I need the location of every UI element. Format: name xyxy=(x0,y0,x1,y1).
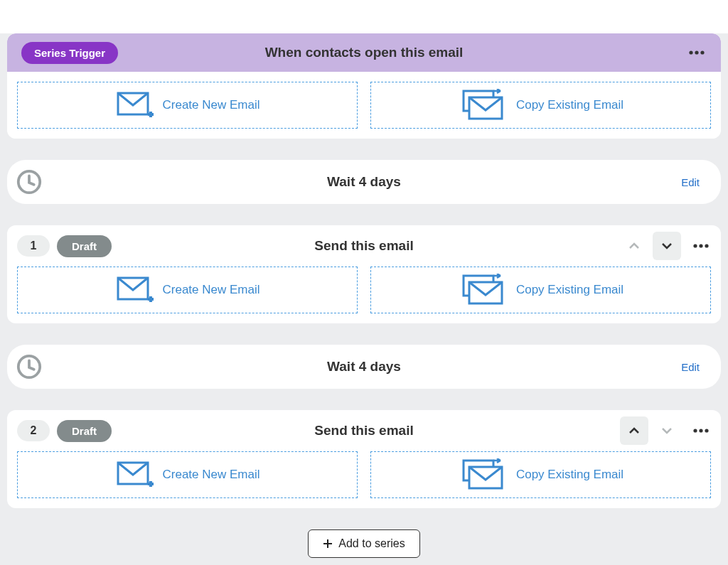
envelope-plus-icon xyxy=(115,460,154,490)
svg-point-0 xyxy=(689,50,692,54)
step-header-2: 2 Draft Send this email xyxy=(7,410,721,451)
step-title: Send this email xyxy=(7,423,721,438)
chevron-up-icon xyxy=(628,425,640,436)
more-icon xyxy=(693,244,709,248)
clock-icon xyxy=(16,168,43,195)
svg-point-19 xyxy=(699,429,702,432)
create-new-email-label: Create New Email xyxy=(163,283,260,297)
wait-card-2: Wait 4 days Edit xyxy=(7,345,721,389)
copy-existing-email-label: Copy Existing Email xyxy=(516,98,623,112)
step-body-1: Create New Email Copy Existing Email xyxy=(7,267,721,323)
move-down-button[interactable] xyxy=(653,416,681,445)
edit-wait-button[interactable]: Edit xyxy=(681,361,700,373)
plus-icon xyxy=(323,539,333,549)
svg-point-10 xyxy=(699,244,702,247)
copy-existing-email-button[interactable]: Copy Existing Email xyxy=(370,82,711,129)
copy-existing-email-label: Copy Existing Email xyxy=(516,283,623,297)
step-card-2: 2 Draft Send this email xyxy=(7,410,721,508)
step-more-button[interactable] xyxy=(691,421,711,441)
create-new-email-label: Create New Email xyxy=(163,98,260,112)
envelope-copy-icon xyxy=(458,274,508,306)
trigger-more-button[interactable] xyxy=(687,43,707,63)
copy-existing-email-label: Copy Existing Email xyxy=(516,468,623,482)
chevron-down-icon xyxy=(661,240,673,252)
create-new-email-button[interactable]: Create New Email xyxy=(17,82,358,129)
step-number: 1 xyxy=(17,235,50,257)
envelope-plus-icon xyxy=(115,90,154,120)
chevron-down-icon xyxy=(661,425,673,436)
status-badge: Draft xyxy=(57,420,112,442)
step-body-2: Create New Email Copy Existing Email xyxy=(7,451,721,508)
wait-card-1: Wait 4 days Edit xyxy=(7,160,721,204)
more-icon xyxy=(689,50,705,55)
step-title: Send this email xyxy=(7,238,721,254)
chevron-up-icon xyxy=(628,240,640,252)
step-more-button[interactable] xyxy=(691,236,711,256)
svg-point-20 xyxy=(705,429,708,432)
create-new-email-button[interactable]: Create New Email xyxy=(17,267,358,313)
svg-point-11 xyxy=(705,244,708,247)
create-new-email-label: Create New Email xyxy=(163,468,260,482)
series-trigger-badge: Series Trigger xyxy=(21,42,118,64)
trigger-body: Create New Email Copy Existing Email xyxy=(7,72,721,139)
wait-title: Wait 4 days xyxy=(7,359,721,375)
trigger-header: Series Trigger When contacts open this e… xyxy=(7,33,721,72)
add-to-series-button[interactable]: Add to series xyxy=(308,529,419,558)
step-header-1: 1 Draft Send this email xyxy=(7,225,721,267)
envelope-copy-icon xyxy=(458,89,508,122)
edit-wait-button[interactable]: Edit xyxy=(681,176,700,188)
clock-icon xyxy=(16,353,43,380)
step-card-1: 1 Draft Send this email xyxy=(7,225,721,323)
envelope-copy-icon xyxy=(458,458,508,491)
status-badge: Draft xyxy=(57,235,112,257)
copy-existing-email-button[interactable]: Copy Existing Email xyxy=(370,267,711,313)
trigger-card: Series Trigger When contacts open this e… xyxy=(7,33,721,139)
move-up-button[interactable] xyxy=(620,232,648,260)
move-up-button[interactable] xyxy=(620,416,648,445)
envelope-plus-icon xyxy=(115,275,154,305)
wait-title: Wait 4 days xyxy=(7,174,721,190)
copy-existing-email-button[interactable]: Copy Existing Email xyxy=(370,451,711,498)
svg-point-9 xyxy=(693,244,697,247)
svg-point-1 xyxy=(695,50,698,54)
more-icon xyxy=(693,429,709,433)
create-new-email-button[interactable]: Create New Email xyxy=(17,451,358,498)
svg-point-18 xyxy=(693,429,697,432)
top-spacer xyxy=(0,0,728,33)
svg-point-2 xyxy=(700,50,704,54)
add-to-series-label: Add to series xyxy=(338,537,405,550)
step-number: 2 xyxy=(17,420,50,441)
move-down-button[interactable] xyxy=(653,232,681,260)
